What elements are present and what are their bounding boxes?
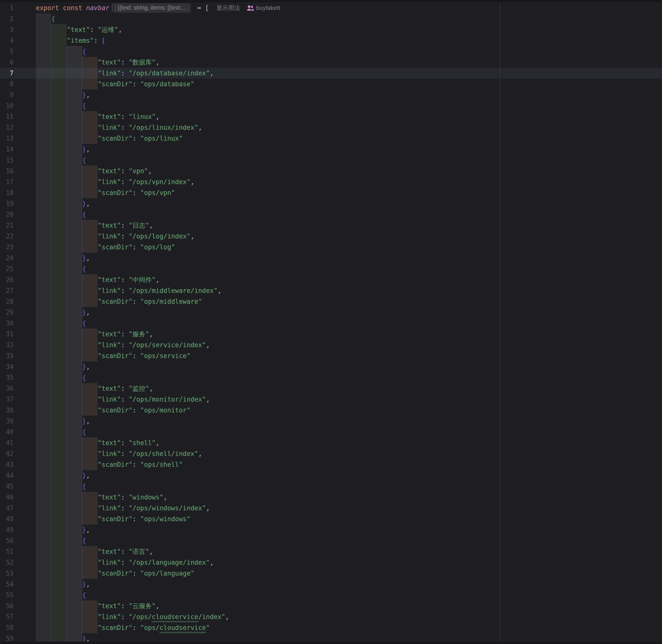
line-number[interactable]: 53 <box>0 568 14 579</box>
line-number[interactable]: 24 <box>0 253 14 263</box>
code-line[interactable]: 43 "scanDir": "ops/shell" <box>0 459 662 470</box>
code-line[interactable]: 44 }, <box>0 470 662 481</box>
code-line[interactable]: 14 }, <box>0 144 662 155</box>
line-number[interactable]: 54 <box>0 579 14 590</box>
code-line[interactable]: 10 { <box>0 100 662 111</box>
code-line[interactable]: 1 export const navbar: [{text: string, i… <box>0 2 662 13</box>
line-number[interactable]: 25 <box>0 263 14 274</box>
line-number[interactable]: 37 <box>0 394 14 405</box>
line-number[interactable]: 7 <box>0 68 14 78</box>
code-line[interactable]: 41 "text": "shell", <box>0 437 662 448</box>
line-number[interactable]: 4 <box>0 35 14 46</box>
line-number[interactable]: 42 <box>0 448 14 459</box>
code-vision-usages[interactable]: 显示用法 <box>216 4 240 12</box>
code-line[interactable]: 35 { <box>0 372 662 383</box>
line-number[interactable]: 1 <box>0 2 14 13</box>
line-number[interactable]: 21 <box>0 220 14 231</box>
code-line[interactable]: 2 { <box>0 13 662 24</box>
code-line[interactable]: 16 "text": "vpn", <box>0 166 662 177</box>
code-line[interactable]: 34 }, <box>0 361 662 372</box>
line-number[interactable]: 22 <box>0 231 14 242</box>
code-line[interactable]: 48 "scanDir": "ops/windows" <box>0 513 662 524</box>
code-line[interactable]: 57 "link": "/ops/cloudservice/index", <box>0 612 662 622</box>
code-line[interactable]: 22 "link": "/ops/log/index", <box>0 231 662 242</box>
code-line[interactable]: 24 }, <box>0 253 662 263</box>
code-line[interactable]: 58 "scanDir": "ops/cloudservice" <box>0 622 662 633</box>
line-number[interactable]: 5 <box>0 46 14 57</box>
line-number[interactable]: 43 <box>0 459 14 470</box>
code-line[interactable]: 15 { <box>0 155 662 166</box>
line-number[interactable]: 9 <box>0 89 14 100</box>
line-number[interactable]: 49 <box>0 524 14 535</box>
line-number[interactable]: 33 <box>0 350 14 361</box>
line-number[interactable]: 23 <box>0 242 14 253</box>
line-number[interactable]: 45 <box>0 481 14 492</box>
line-number[interactable]: 59 <box>0 633 14 642</box>
line-number[interactable]: 29 <box>0 307 14 318</box>
line-number[interactable]: 17 <box>0 177 14 187</box>
code-line[interactable]: 27 "link": "/ops/middleware/index", <box>0 285 662 296</box>
code-line[interactable]: 51 "text": "语言", <box>0 546 662 557</box>
code-line[interactable]: 6 "text": "数据库", <box>0 57 662 68</box>
line-number[interactable]: 27 <box>0 285 14 296</box>
code-line[interactable]: 8 "scanDir": "ops/database" <box>0 78 662 89</box>
line-number[interactable]: 57 <box>0 612 14 622</box>
line-number[interactable]: 44 <box>0 470 14 481</box>
code-line[interactable]: 33 "scanDir": "ops/service" <box>0 350 662 361</box>
line-number[interactable]: 46 <box>0 492 14 503</box>
code-line[interactable]: 49 }, <box>0 524 662 535</box>
code-editor[interactable]: 1 export const navbar: [{text: string, i… <box>0 2 662 642</box>
line-number[interactable]: 47 <box>0 503 14 513</box>
line-number[interactable]: 14 <box>0 144 14 155</box>
code-line[interactable]: 42 "link": "/ops/shell/index", <box>0 448 662 459</box>
code-line[interactable]: 20 { <box>0 209 662 220</box>
code-line[interactable]: 40 { <box>0 427 662 437</box>
line-number[interactable]: 40 <box>0 427 14 437</box>
code-line[interactable]: 19 }, <box>0 198 662 209</box>
code-line[interactable]: 52 "link": "/ops/language/index", <box>0 557 662 568</box>
line-number[interactable]: 30 <box>0 318 14 329</box>
code-line[interactable]: 47 "link": "/ops/windows/index", <box>0 503 662 513</box>
line-number[interactable]: 48 <box>0 513 14 524</box>
code-line[interactable]: 30 { <box>0 318 662 329</box>
line-number[interactable]: 31 <box>0 329 14 340</box>
line-number[interactable]: 38 <box>0 405 14 416</box>
line-number[interactable]: 36 <box>0 383 14 394</box>
code-line[interactable]: 59 }, <box>0 633 662 642</box>
line-number[interactable]: 41 <box>0 437 14 448</box>
line-number[interactable]: 35 <box>0 372 14 383</box>
line-number[interactable]: 50 <box>0 535 14 546</box>
code-line[interactable]: 3 "text": "运维", <box>0 24 662 35</box>
code-line[interactable]: 25 { <box>0 263 662 274</box>
code-line[interactable]: 5 { <box>0 46 662 57</box>
line-number[interactable]: 19 <box>0 198 14 209</box>
line-number[interactable]: 28 <box>0 296 14 307</box>
line-number[interactable]: 58 <box>0 622 14 633</box>
code-line[interactable]: 4 "items": [ <box>0 35 662 46</box>
line-number[interactable]: 2 <box>0 13 14 24</box>
code-line[interactable]: 39 }, <box>0 416 662 427</box>
code-line[interactable]: 11 "text": "linux", <box>0 111 662 122</box>
line-number[interactable]: 26 <box>0 274 14 285</box>
code-line[interactable]: 50 { <box>0 535 662 546</box>
line-number[interactable]: 20 <box>0 209 14 220</box>
code-line[interactable]: 28 "scanDir": "ops/middleware" <box>0 296 662 307</box>
line-number[interactable]: 52 <box>0 557 14 568</box>
code-vision-author[interactable]: buyfakett <box>256 4 280 12</box>
line-number[interactable]: 12 <box>0 122 14 133</box>
code-line[interactable]: 7 "link": "/ops/database/index", <box>0 68 662 78</box>
line-number[interactable]: 51 <box>0 546 14 557</box>
code-line[interactable]: 54 }, <box>0 579 662 590</box>
inlay-type-hint[interactable]: : [{text: string, items: [{text:… <box>112 3 191 13</box>
code-line[interactable]: 9 }, <box>0 89 662 100</box>
line-number[interactable]: 8 <box>0 78 14 89</box>
code-line[interactable]: 26 "text": "中间件", <box>0 274 662 285</box>
code-line[interactable]: 17 "link": "/ops/vpn/index", <box>0 177 662 187</box>
code-line[interactable]: 45 { <box>0 481 662 492</box>
code-line[interactable]: 21 "text": "日志", <box>0 220 662 231</box>
line-number[interactable]: 32 <box>0 340 14 350</box>
line-number[interactable]: 18 <box>0 187 14 198</box>
code-line[interactable]: 36 "text": "监控", <box>0 383 662 394</box>
code-line[interactable]: 55 { <box>0 590 662 600</box>
line-number[interactable]: 6 <box>0 57 14 68</box>
